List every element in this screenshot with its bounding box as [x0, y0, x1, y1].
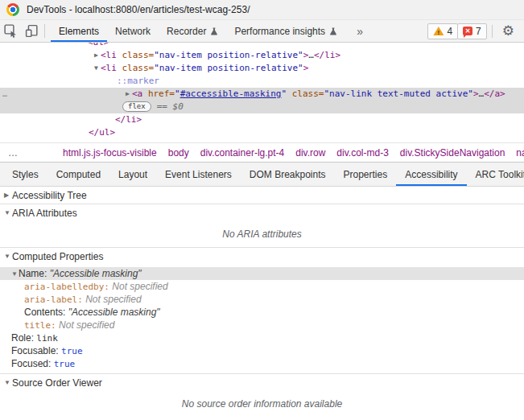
tree-row[interactable]: flex== $0: [0, 101, 524, 113]
tab-dom-breakpoints[interactable]: DOM Breakpoints: [241, 163, 335, 186]
tree-row[interactable]: ▼<li class="nav-item position-relative">: [0, 62, 524, 75]
empty-message: No ARIA attributes: [0, 221, 524, 247]
breadcrumb: …html.js.js-focus-visiblebodydiv.contain…: [0, 142, 524, 162]
code-token: >: [303, 63, 309, 73]
code-token: #accessible-masking: [180, 89, 282, 99]
section-title: Computed Properties: [12, 251, 103, 262]
device-toolbar-icon[interactable]: [21, 20, 42, 42]
property-row-focused[interactable]: Focused: true: [0, 357, 524, 370]
breadcrumb-item[interactable]: div.StickySideNavigation: [400, 147, 505, 159]
computed-properties-list: ▼Name: "Accessible masking"aria-labelled…: [0, 265, 524, 373]
tab-layout[interactable]: Layout: [109, 163, 156, 186]
tab-label: Recorder: [167, 26, 206, 37]
section-header-computed-properties[interactable]: ▼Computed Properties: [0, 248, 524, 265]
row-actions-dots: …: [2, 88, 8, 101]
section-aria-attributes: ▼ARIA AttributesNo ARIA attributes: [0, 204, 524, 248]
tab-computed[interactable]: Computed: [47, 163, 109, 186]
warning-icon: !: [433, 27, 444, 35]
settings-gear-icon[interactable]: ⚙: [497, 24, 519, 38]
breadcrumb-item[interactable]: nav#toc.: [516, 147, 524, 159]
property-label: title:: [24, 320, 56, 331]
code-token: >: [473, 89, 479, 99]
warnings-badge[interactable]: ! 4: [427, 23, 458, 39]
section-computed-properties: ▼Computed Properties▼Name: "Accessible m…: [0, 248, 524, 374]
tab-network[interactable]: Network: [107, 20, 159, 42]
code-token: class=: [117, 63, 154, 73]
tree-row[interactable]: <ul>: [0, 43, 524, 49]
tab-event-listeners[interactable]: Event Listeners: [156, 163, 241, 186]
property-label: aria-labelledby:: [24, 282, 109, 292]
tab-label: Styles: [12, 169, 39, 180]
expand-arrow-icon: ▶: [4, 191, 12, 199]
section-header-aria-attributes[interactable]: ▼ARIA Attributes: [0, 204, 524, 221]
code-token: </ul>: [89, 127, 115, 138]
property-value: link: [36, 333, 58, 344]
code-token: ==: [157, 101, 173, 112]
property-row-name[interactable]: ▼Name: "Accessible masking": [0, 267, 524, 280]
code-token: ::marker: [117, 76, 159, 86]
accessibility-pane: ▶Accessibility Tree▼ARIA AttributesNo AR…: [0, 187, 524, 417]
property-value: Not specified: [112, 281, 167, 292]
toolbar-separator: [44, 24, 45, 38]
section-header-accessibility-tree[interactable]: ▶Accessibility Tree: [0, 187, 524, 204]
main-tab-strip: ElementsNetworkRecorderPerformance insig…: [51, 20, 345, 42]
tab-label: Performance insights: [234, 26, 325, 37]
property-row-aria-label[interactable]: aria-label: Not specified: [0, 293, 524, 306]
tree-row[interactable]: …▶<a href="#accessible-masking" class="n…: [0, 88, 524, 101]
tab-elements[interactable]: Elements: [51, 20, 107, 42]
breadcrumb-item[interactable]: body: [168, 147, 189, 159]
property-label: aria-label:: [24, 294, 83, 305]
code-token: href=: [148, 89, 175, 99]
breadcrumb-item[interactable]: div.row: [295, 147, 325, 159]
breadcrumb-item[interactable]: html.js.js-focus-visible: [63, 147, 157, 159]
property-row-focusable[interactable]: Focusable: true: [0, 344, 524, 357]
breadcrumb-overflow[interactable]: …: [8, 147, 18, 159]
code-token: <ul>: [88, 43, 109, 47]
property-value: true: [61, 346, 83, 356]
property-label: Role:: [11, 332, 36, 344]
tab-arc-toolkit[interactable]: ARC Toolkit: [467, 163, 524, 186]
tab-label: DOM Breakpoints: [250, 169, 326, 180]
tab-properties[interactable]: Properties: [335, 163, 397, 186]
expand-arrow-open-icon: ▼: [4, 209, 12, 216]
tree-row[interactable]: </ul>: [0, 126, 524, 139]
tree-row[interactable]: ::marker: [0, 75, 524, 88]
titlebar: DevTools - localhost:8080/en/articles/te…: [0, 0, 524, 20]
tab-label: Computed: [56, 169, 101, 180]
tree-row[interactable]: </li>: [0, 113, 524, 126]
tab-label: Network: [115, 26, 151, 37]
error-count: 7: [476, 26, 481, 37]
empty-message: No source order information available: [0, 391, 524, 417]
tab-accessibility[interactable]: Accessibility: [396, 163, 466, 186]
errors-badge[interactable]: ✕ 7: [457, 23, 487, 39]
property-row-role[interactable]: Role: link: [0, 331, 524, 344]
breadcrumb-item[interactable]: div.container-lg.pt-4: [200, 147, 285, 159]
expand-arrow-open-icon: ▼: [4, 379, 12, 386]
section-title: ARIA Attributes: [12, 208, 77, 219]
tree-row[interactable]: ▶<li class="nav-item position-relative">…: [0, 49, 524, 62]
tab-performance-insights[interactable]: Performance insights: [226, 20, 345, 42]
code-token: $0: [173, 101, 184, 112]
property-label: Focused:: [11, 358, 54, 369]
property-row-contents[interactable]: Contents: "Accessible masking": [0, 306, 524, 319]
inspect-element-icon[interactable]: [0, 20, 21, 42]
main-toolbar: ElementsNetworkRecorderPerformance insig…: [0, 20, 524, 43]
expand-arrow-icon: ▶: [94, 49, 101, 62]
tab-label: Layout: [118, 169, 147, 180]
tab-label: Elements: [59, 26, 99, 37]
section-title: Source Order Viewer: [12, 377, 102, 389]
property-label: Name:: [19, 268, 50, 279]
section-accessibility-tree: ▶Accessibility Tree: [0, 187, 524, 204]
code-token: </a>: [484, 89, 505, 99]
error-icon: ✕: [463, 27, 472, 35]
tab-recorder[interactable]: Recorder: [159, 20, 226, 42]
flask-icon: [329, 27, 337, 36]
section-header-source-order-viewer[interactable]: ▼Source Order Viewer: [0, 374, 524, 391]
more-tabs-chevron[interactable]: »: [357, 25, 363, 38]
breadcrumb-item[interactable]: div.col-md-3: [336, 147, 388, 159]
code-token: <li: [101, 63, 117, 73]
property-row-title[interactable]: title: Not specified: [0, 319, 524, 331]
tab-styles[interactable]: Styles: [3, 163, 47, 186]
code-token: class=: [287, 89, 324, 99]
property-row-aria-labelledby[interactable]: aria-labelledby: Not specified: [0, 280, 524, 293]
